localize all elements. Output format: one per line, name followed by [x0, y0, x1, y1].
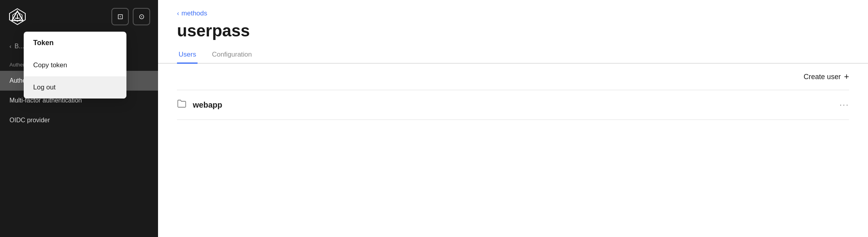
create-user-button[interactable]: Create user +	[804, 72, 849, 82]
breadcrumb-label: methods	[181, 9, 207, 17]
toolbar: Create user +	[177, 64, 849, 90]
sidebar: ⊡ ⊙ Token Copy token Log out ‹ B... Auth…	[0, 0, 158, 237]
list-item[interactable]: webapp ···	[177, 90, 849, 120]
tab-configuration[interactable]: Configuration	[210, 47, 253, 64]
back-chevron-icon: ‹	[9, 43, 11, 49]
sidebar-header: ⊡ ⊙ Token Copy token Log out	[0, 0, 158, 33]
breadcrumb-chevron-icon: ‹	[177, 10, 179, 17]
tab-users[interactable]: Users	[177, 47, 198, 64]
user-icon: ⊙	[139, 12, 145, 21]
breadcrumb[interactable]: ‹ methods	[158, 0, 868, 17]
folder-icon	[177, 99, 186, 111]
sidebar-item-oidc[interactable]: OIDC provider	[0, 110, 158, 130]
list-item-more-button[interactable]: ···	[840, 100, 849, 110]
terminal-icon: ⊡	[117, 12, 123, 21]
back-label: B...	[15, 43, 24, 50]
terminal-button[interactable]: ⊡	[111, 8, 129, 25]
page-title: userpass	[158, 17, 868, 40]
dropdown-item-copy-token[interactable]: Copy token	[24, 54, 126, 76]
dropdown-item-logout[interactable]: Log out	[24, 76, 126, 99]
user-dropdown-menu: Token Copy token Log out	[24, 32, 126, 99]
dropdown-item-token[interactable]: Token	[24, 32, 126, 54]
list-item-name: webapp	[193, 100, 840, 110]
create-user-label: Create user	[804, 73, 841, 81]
tabs-container: Users Configuration	[158, 47, 868, 64]
content-area: Create user + webapp ···	[158, 64, 868, 237]
main-content: ‹ methods userpass Users Configuration C…	[158, 0, 868, 237]
user-menu-button[interactable]: ⊙	[133, 8, 150, 25]
header-icons: ⊡ ⊙	[111, 8, 150, 25]
plus-icon: +	[844, 72, 849, 82]
vault-logo[interactable]	[8, 7, 27, 26]
